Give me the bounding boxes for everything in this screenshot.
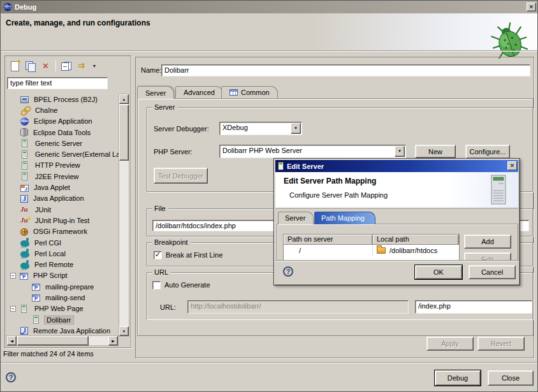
scroll-down-icon[interactable]: ▼ (119, 326, 129, 336)
tree-item-label: PHP Web Page (33, 305, 85, 312)
tree-item[interactable]: Remote Java Application (6, 325, 119, 336)
configurations-panel: ✕ ⇉ ▼ type filter text BPEL Process (B2J… (4, 55, 131, 348)
tree-item[interactable]: Java Application (6, 193, 119, 204)
table-icon (229, 89, 238, 96)
php-server-label: PHP Server: (154, 148, 193, 156)
tree-item-label: OSGi Framework (31, 228, 89, 235)
header-banner: Create, manage, and run configurations (1, 13, 538, 50)
tree-item[interactable]: OSGi Framework (6, 226, 119, 237)
tree-item[interactable]: Chaîne (6, 105, 119, 115)
duplicate-configuration-icon[interactable] (25, 61, 36, 71)
break-first-line-label: Break at First Line (166, 251, 222, 259)
horizontal-scroll-thumb[interactable] (17, 336, 89, 345)
chevron-down-icon[interactable]: ▼ (395, 146, 405, 157)
delete-configuration-icon[interactable]: ✕ (40, 61, 51, 71)
edit-server-header: Edit Server Path Mapping Configure Serve… (275, 172, 518, 208)
tree-item[interactable]: Generic Server(External La (6, 149, 119, 159)
collapse-expander-icon[interactable]: − (10, 306, 16, 312)
tree-vertical-scrollbar[interactable]: ▲ ▼ (119, 94, 129, 337)
collapse-all-icon[interactable] (61, 61, 71, 71)
tree-item[interactable]: Perl Remote (6, 259, 119, 270)
revert-button[interactable]: Revert (477, 337, 525, 351)
tree-item-label: Eclipse Data Tools (31, 129, 92, 136)
filter-icon[interactable]: ⇉ (76, 61, 87, 71)
column-local-path[interactable]: Local path (373, 235, 459, 244)
vertical-scroll-thumb[interactable] (119, 105, 129, 161)
tree-item[interactable]: J2EE Preview (6, 171, 119, 182)
tree-item[interactable]: HTTP Preview (6, 160, 119, 171)
ok-button[interactable]: OK (415, 265, 462, 279)
collapse-expander-icon[interactable]: − (10, 273, 16, 279)
window-close-icon[interactable]: ✕ (527, 3, 536, 11)
dialog-tab-server[interactable]: Server (278, 212, 314, 224)
dialog-help-icon[interactable]: ? (283, 266, 293, 277)
edit-server-close-icon[interactable]: ✕ (507, 161, 517, 170)
break-first-line-checkbox[interactable] (154, 251, 162, 259)
new-server-button[interactable]: New (415, 145, 456, 158)
tree-item[interactable]: Dolibarr (6, 314, 119, 325)
tree-item[interactable]: Eclipse Application (6, 116, 119, 127)
new-configuration-icon[interactable] (10, 61, 20, 71)
server-group-label: Server (152, 103, 177, 111)
window-titlebar: Debug ✕ (1, 1, 538, 13)
server-debugger-select[interactable]: XDebug ▼ (219, 122, 302, 135)
chevron-down-icon[interactable]: ▼ (291, 123, 301, 134)
dialog-tab-path-mapping[interactable]: Path Mapping (314, 212, 375, 224)
close-button[interactable]: Close (488, 370, 534, 386)
url-label: URL: (160, 303, 176, 311)
edit-server-button-bar: ? OK Cancel (275, 260, 518, 284)
tree-item-label: Perl CGI (33, 239, 63, 247)
tree-item[interactable]: Eclipse Data Tools (6, 127, 119, 138)
name-input[interactable]: Dolibarr (161, 64, 530, 76)
chain-icon (20, 106, 30, 115)
tree-item-label: Java Application (31, 194, 86, 202)
server-icon (22, 150, 27, 159)
help-icon[interactable]: ? (6, 372, 16, 382)
scroll-up-icon[interactable]: ▲ (119, 94, 129, 104)
tree-item-label: Dolibarr (45, 316, 73, 324)
auto-generate-label: Auto Generate (164, 281, 210, 289)
server-debugger-label: Server Debugger: (154, 125, 209, 133)
tab-advanced[interactable]: Advanced (175, 86, 223, 98)
path-mapping-row[interactable]: //dolibarr/htdocs (284, 245, 459, 256)
base-url-input: http://localhostdolibarr/ (187, 300, 409, 314)
configure-server-button[interactable]: Configure... (465, 145, 510, 159)
auto-generate-checkbox[interactable] (152, 281, 161, 289)
tab-common[interactable]: Common (221, 86, 278, 98)
tree-item[interactable]: Generic Server (6, 138, 119, 149)
server-icon (22, 172, 27, 180)
scroll-left-icon[interactable]: ◀ (7, 336, 17, 345)
tree-item[interactable]: −PHP Script (6, 270, 119, 281)
server-icon (33, 316, 39, 324)
debug-button[interactable]: Debug (435, 370, 481, 386)
toolbar-menu-arrow-icon[interactable]: ▼ (91, 61, 98, 71)
column-path-on-server[interactable]: Path on server (284, 235, 373, 244)
tree-item[interactable]: JUnit Plug-in Test (6, 215, 119, 226)
tree-item[interactable]: JUnit (6, 204, 119, 215)
edit-server-titlebar: Edit Server ✕ (275, 160, 518, 172)
tree-item-label: Remote Java Application (31, 327, 112, 335)
local-path-text: /dolibarr/htdocs (389, 247, 437, 254)
apply-button[interactable]: Apply (426, 337, 474, 351)
add-mapping-button[interactable]: Add (464, 235, 511, 249)
debug-bug-icon (490, 22, 528, 59)
scroll-right-icon[interactable]: ▶ (108, 336, 118, 345)
tab-server[interactable]: Server (137, 86, 174, 99)
tree-item[interactable]: −PHP Web Page (6, 303, 119, 314)
folder-icon (377, 247, 386, 254)
tree-horizontal-scrollbar[interactable]: ◀ ▶ (6, 335, 119, 346)
tree-item[interactable]: Perl Local (6, 248, 119, 259)
tree-item[interactable]: mailing-send (6, 292, 119, 303)
url-path-input[interactable]: /index.php (415, 300, 532, 314)
php-server-select[interactable]: Dolibarr PHP Web Server ▼ (219, 145, 406, 158)
tree-item-label: JUnit Plug-in Test (33, 217, 91, 224)
type-filter-input[interactable]: type filter text (7, 77, 108, 89)
tree-item[interactable]: mailing-prepare (6, 281, 119, 292)
tab-advanced-label: Advanced (184, 87, 215, 98)
tree-item[interactable]: Java Applet (6, 182, 119, 192)
test-debugger-button[interactable]: Test Debugger (154, 168, 208, 184)
breakpoint-group-label: Breakpoint (152, 238, 191, 246)
tree-item[interactable]: BPEL Process (B2J) (6, 94, 119, 105)
cancel-button[interactable]: Cancel (469, 265, 516, 279)
tree-item[interactable]: Perl CGI (6, 237, 119, 248)
